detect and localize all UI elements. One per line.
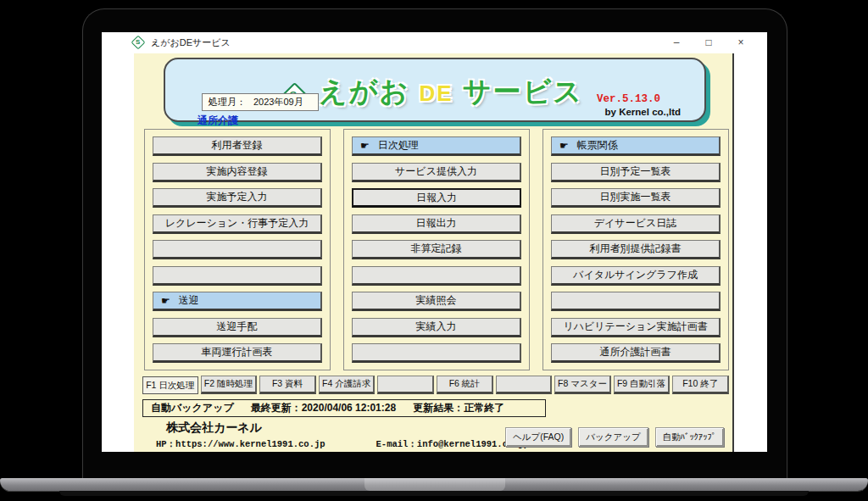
fkey-f5-blank	[377, 376, 434, 394]
menu-button-blank	[352, 343, 521, 363]
fkey-f1-nichiji-shori[interactable]: F1 日次処理	[142, 376, 198, 394]
menu-button-nippo-shutsuryoku[interactable]: 日報出力	[352, 214, 521, 234]
header-panel: Sえがお DE サービス 処理月： 2023年09月 通所介護 Ver.5.13…	[164, 58, 706, 122]
maximize-button[interactable]: □	[693, 32, 725, 53]
menu-button-riyoshabetsu-teikyo-kirokusho[interactable]: 利用者別提供記録書	[551, 240, 721, 259]
menu-button-tsusho-kaigo-keikakusho[interactable]: 通所介護計画書	[551, 343, 721, 363]
fkey-f4-kaigo-seikyu[interactable]: F4 介護請求	[319, 376, 376, 394]
panel-registration: 利用者登録 実施内容登録 実施予定入力 レクレーション・行事予定入力 ☛ 送迎 …	[144, 129, 331, 370]
fkey-f6-tokei[interactable]: F6 統計	[437, 376, 493, 394]
app-icon: S	[131, 36, 146, 50]
menu-button-jisshi-naiyo-toroku[interactable]: 実施内容登録	[153, 163, 322, 182]
pointer-icon: ☛	[559, 141, 569, 151]
window-title: えがおDEサービス	[151, 36, 231, 49]
fkey-f3-shiryo[interactable]: F3 資料	[259, 376, 316, 394]
backup-status-bar: 自動バックアップ 最終更新：2020/04/06 12:01:28 更新結果：正…	[142, 399, 546, 417]
fkey-f8-master[interactable]: F8 マスター	[554, 376, 611, 394]
menu-button-hibetsu-jisshi-ichiranhyo[interactable]: 日別実施一覧表	[551, 188, 721, 208]
fkey-f7-blank	[496, 376, 553, 394]
contact-info: HP：https://www.kernel1991.co.jp E-mail：i…	[156, 438, 529, 450]
version-label: Ver.5.13.0	[597, 93, 660, 105]
backup-button[interactable]: バックアップ	[578, 427, 648, 447]
main-form: Sえがお DE サービス 処理月： 2023年09月 通所介護 Ver.5.13…	[134, 53, 734, 452]
laptop-base-shadow	[59, 491, 809, 496]
menu-button-dayservice-nisshi[interactable]: デイサービス日誌	[551, 214, 721, 234]
app-window: S えがおDEサービス – □ × Sえがお DE サービス 処理月： 2023…	[102, 32, 767, 452]
laptop-base	[0, 478, 868, 491]
logo-text-de: DE	[419, 81, 453, 106]
section-header-nichiji-shori: ☛ 日次処理	[352, 136, 521, 156]
menu-button-sharyo-unko-keikakuhyo[interactable]: 車両運行計画表	[153, 343, 322, 363]
fkey-f10-shuryo[interactable]: F10 終了	[672, 376, 729, 394]
company-name: 株式会社カーネル	[166, 420, 262, 436]
logo-text-egao: えがお	[319, 75, 409, 107]
laptop-mockup: S えがおDEサービス – □ × Sえがお DE サービス 処理月： 2023…	[0, 0, 868, 501]
menu-button-vitalsign-graph-sakusei[interactable]: バイタルサイングラフ作成	[551, 266, 721, 286]
menu-button-hisantei-kiroku[interactable]: 非算定記録	[352, 240, 521, 259]
menu-button-hibetsu-yotei-ichiranhyo[interactable]: 日別予定一覧表	[551, 163, 721, 182]
menu-button-blank	[352, 266, 521, 286]
menu-button-blank	[153, 240, 322, 259]
menu-button-blank	[153, 266, 322, 286]
fkey-f2-zuiji-shori[interactable]: F2 随時処理	[201, 376, 258, 394]
close-button[interactable]: ×	[725, 32, 757, 53]
menu-button-recreation-yotei-nyuryoku[interactable]: レクレーション・行事予定入力	[153, 214, 322, 234]
update-result-label: 更新結果：正常終了	[413, 401, 504, 415]
section-label: 帳票関係	[577, 138, 618, 153]
menu-button-rehabilitation-jisshi-keikakusho[interactable]: リハビリテーション実施計画書	[551, 318, 721, 337]
utility-buttons: ヘルプ(FAQ) バックアップ 自動ﾊﾞｯｸｱｯﾌﾟ	[505, 427, 724, 447]
menu-button-nippo-nyuryoku[interactable]: 日報入力	[352, 188, 521, 208]
menu-button-riyosha-toroku[interactable]: 利用者登録	[153, 136, 322, 156]
pointer-icon: ☛	[360, 141, 370, 151]
help-faq-button[interactable]: ヘルプ(FAQ)	[505, 427, 571, 447]
service-type-label: 通所介護	[198, 114, 238, 128]
fkey-f9-jido-hikiotoshi[interactable]: F9 自動引落	[614, 376, 670, 394]
backup-label: 自動バックアップ	[151, 401, 234, 415]
section-label: 日次処理	[378, 138, 419, 153]
section-label: 送迎	[179, 293, 199, 308]
byline-label: by Kernel co.,ltd	[605, 107, 681, 117]
laptop-base-notch	[364, 478, 505, 491]
menu-button-jisshi-yotei-nyuryoku[interactable]: 実施予定入力	[153, 188, 322, 208]
menu-button-service-teikyo-nyuryoku[interactable]: サービス提供入力	[352, 163, 521, 182]
processing-month-value: 2023年09月	[253, 96, 303, 109]
menu-button-jisseki-nyuryoku[interactable]: 実績入力	[352, 318, 521, 337]
function-key-bar: F1 日次処理 F2 随時処理 F3 資料 F4 介護請求 F6 統計 F8 マ…	[142, 376, 729, 394]
pointer-icon: ☛	[161, 296, 170, 306]
processing-month-field[interactable]: 処理月： 2023年09月	[202, 93, 319, 111]
section-header-sogei: ☛ 送迎	[153, 292, 322, 311]
panel-reports: ☛ 帳票関係 日別予定一覧表 日別実施一覧表 デイサービス日誌 利用者別提供記録…	[542, 129, 729, 370]
menu-button-blank	[551, 292, 721, 311]
title-bar: S えがおDEサービス – □ ×	[102, 32, 767, 53]
logo-text-service: サービス	[463, 75, 583, 107]
last-update-label: 最終更新：2020/04/06 12:01:28	[251, 401, 396, 415]
menu-button-jisseki-shokai[interactable]: 実績照会	[352, 292, 521, 311]
auto-backup-button[interactable]: 自動ﾊﾞｯｸｱｯﾌﾟ	[655, 427, 724, 447]
processing-month-label: 処理月：	[209, 96, 246, 109]
window-controls: – □ ×	[660, 32, 757, 53]
section-header-chohyo-kankei: ☛ 帳票関係	[551, 136, 721, 156]
homepage-url: HP：https://www.kernel1991.co.jp	[156, 438, 326, 450]
panel-daily-processing: ☛ 日次処理 サービス提供入力 日報入力 日報出力 非算定記録 実績照会 実績入…	[343, 129, 530, 370]
minimize-button[interactable]: –	[660, 32, 693, 53]
menu-button-sogei-tehai[interactable]: 送迎手配	[153, 318, 322, 337]
